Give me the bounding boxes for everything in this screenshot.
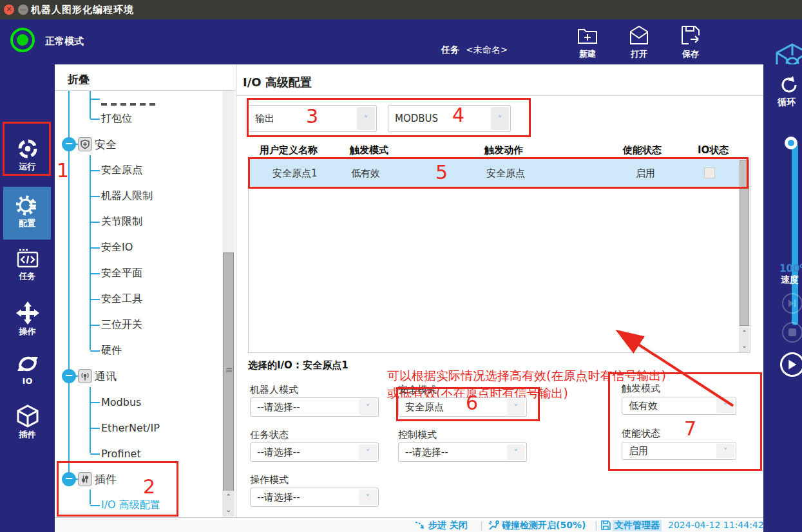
speed-value: 100% [779,263,802,274]
table-scrollbar-thumb[interactable] [740,160,749,326]
control-mode-select[interactable]: --请选择--˅ [398,442,527,462]
sidebar-item-plugin[interactable]: 插件 [3,404,52,442]
operation-mode-select[interactable]: --请选择--˅ [250,488,379,507]
left-sidebar: 运行 配置 任务 操作 IO 插件 38EB [0,64,55,532]
operate-arrows-icon [16,301,39,325]
tree-item-safety-home[interactable]: 安全原点 [55,157,221,183]
tree-node-plugin[interactable]: − 插件 [55,466,221,492]
io-table: 安全原点1 低有效 安全原点 启用 ⌃ ⌄ 可以根据实际情况选择高有效(在原点时… [248,158,750,353]
tree-item-ethernet-ip[interactable]: EtherNet/IP [55,415,221,441]
tree-item-safety-plane[interactable]: 安全平面 [55,260,221,286]
tree-item-io-advanced-config[interactable]: I/O 高级配置 [55,492,221,516]
status-bar: 步进 关闭 | 碰撞检测开启(50%) | 文件管理器 2024-04-12 1… [55,517,763,532]
tree-item-pack-position[interactable]: 打包位 [55,106,221,131]
chevron-down-icon: ˅ [507,444,525,460]
tree-item-clipped[interactable] [55,91,221,106]
enable-state-select[interactable]: 启用˅ [622,442,736,460]
sidebar-item-run[interactable]: 运行 [3,138,52,175]
col-header-io-state: IO状态 [698,144,729,157]
cell-trigger-mode: 低有效 [351,167,380,180]
task-value: <未命名> [466,44,508,55]
chevron-down-icon: ˅ [716,444,734,458]
col-header-trigger-mode: 触发模式 [350,144,388,157]
tree-item-joint-limit[interactable]: 关节限制 [55,209,221,234]
chevron-down-icon: ˅ [359,399,377,415]
step-forward-button[interactable] [782,293,802,314]
stop-button[interactable] [782,322,802,343]
right-sidebar: 循环 100% 速度 [763,64,802,532]
chevron-down-icon: ˅ [357,107,375,130]
io-cycle-icon [16,353,39,375]
field-label-enable-state: 使能状态 [622,428,660,440]
sliders-icon [78,472,92,486]
plugin-cube-icon [16,404,39,428]
table-row[interactable]: 安全原点1 低有效 安全原点 启用 [249,159,739,187]
antenna-icon [78,369,92,383]
io-direction-select[interactable]: 输出 ˅ [248,105,377,132]
config-tree: 打包位 − 安全 安全原点 机器人限制 关节限制 安全IO 安全平面 安全工具 … [55,91,221,516]
tree-node-communication[interactable]: − 通讯 [55,363,221,389]
file-manager-icon [601,520,611,532]
sidebar-item-task[interactable]: 任务 [3,249,52,286]
sidebar-item-config[interactable]: 配置 [3,187,51,240]
timestamp: 2024-04-12 11:44:42 [668,520,764,530]
io-bus-select[interactable]: MODBUS ˅ [388,105,511,132]
tree-scrollbar-thumb[interactable] [223,252,234,495]
trigger-mode-select[interactable]: 低有效˅ [622,397,736,415]
floppy-arrow-icon [679,24,702,47]
collapse-minus-icon[interactable]: − [62,472,76,486]
folder-plus-icon [576,24,599,47]
chevron-down-icon: ˅ [716,399,734,413]
tree-node-safety[interactable]: − 安全 [55,131,221,157]
scroll-down-icon[interactable]: ⌄ [739,339,750,352]
col-header-enable-state: 使能状态 [623,144,662,157]
loop-icon[interactable] [779,75,799,98]
open-button[interactable]: 打开 [618,21,660,62]
app-header: 正常模式 任务<未命名> 配置default* 新建 打开 保存 [0,19,802,64]
file-manager-button[interactable]: 文件管理器 [613,520,662,531]
divider [236,95,763,96]
config-gear-icon [16,195,38,216]
tree-item-hardware[interactable]: 硬件 [55,337,221,363]
speed-slider-handle[interactable] [785,137,797,149]
step-status[interactable]: 步进 关闭 [428,520,468,531]
sidebar-item-operate[interactable]: 操作 [3,301,52,339]
sidebar-item-io[interactable]: IO [3,353,52,390]
tree-item-modbus[interactable]: Modbus [55,389,221,415]
task-label: 任务 [441,44,459,55]
chevron-down-icon: ˅ [507,399,525,415]
tree-item-safety-tool[interactable]: 安全工具 [55,286,221,312]
scroll-up-icon[interactable]: ⌃ [222,491,234,504]
tree-scrollbar[interactable]: ⌃ ⌄ [222,91,234,517]
collapse-minus-icon[interactable]: − [62,137,76,151]
page-title: I/O 高级配置 [243,75,312,90]
table-scrollbar[interactable]: ⌃ ⌄ [739,158,750,352]
close-icon[interactable]: ✕ [4,5,14,15]
collapse-minus-icon[interactable]: − [62,369,76,383]
new-button[interactable]: 新建 [567,21,608,62]
scroll-up-icon[interactable]: ⌃ [739,327,750,339]
loop-label: 循环 [778,97,796,108]
selected-io-label: 选择的I/O : 安全原点1 [248,359,348,372]
mail-open-icon [627,24,651,47]
tree-item-profinet[interactable]: Profinet [55,441,221,466]
tree-item-three-position-switch[interactable]: 三位开关 [55,312,221,337]
title-bar: ✕ — 机器人图形化编程环境 [0,0,802,19]
io-state-checkbox[interactable] [704,167,715,178]
tree-item-safety-io[interactable]: 安全IO [55,234,221,260]
status-green-icon [10,28,35,52]
scroll-down-icon[interactable]: ⌄ [222,504,234,517]
io-advanced-config-panel: I/O 高级配置 输出 ˅ MODBUS ˅ 用户定义名称 触发模式 触发动作 … [236,64,763,517]
minimize-icon[interactable]: — [18,5,28,15]
robot-mode-select[interactable]: --请选择--˅ [250,397,379,417]
safety-mode-select[interactable]: 安全原点˅ [398,397,527,417]
field-label-trigger-mode: 触发模式 [622,383,660,395]
collapse-button[interactable]: 折叠 [68,72,90,87]
task-code-icon [16,249,39,269]
play-button[interactable] [780,352,802,377]
tree-item-robot-limit[interactable]: 机器人限制 [55,183,221,209]
cell-name: 安全原点1 [272,167,318,180]
collision-status[interactable]: 碰撞检测开启(50%) [502,520,586,531]
save-button[interactable]: 保存 [670,21,711,62]
task-state-select[interactable]: --请选择--˅ [250,442,379,462]
